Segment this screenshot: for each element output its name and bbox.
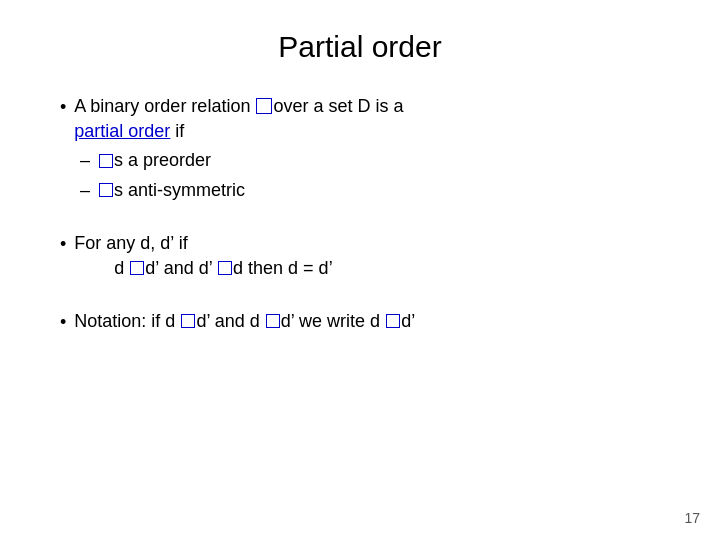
bullet-2-dot: • [60, 232, 66, 257]
bullet-3-text: Notation: if d d’ and d d’ we write d d’ [74, 309, 415, 334]
symbol-box-3 [99, 183, 113, 197]
sub-bullet-2-dash: – [80, 178, 90, 203]
bullet-3: • Notation: if d d’ and d d’ we write d … [60, 309, 660, 335]
slide-title: Partial order [60, 30, 660, 64]
symbol-box-5 [218, 261, 232, 275]
bullet-2: • For any d, d’ if d d’ and d’ d then d … [60, 231, 660, 281]
sub-bullet-2-text: s anti-symmetric [98, 178, 245, 203]
symbol-box-1 [256, 98, 272, 114]
page-number: 17 [684, 510, 700, 526]
bullet-3-main: • Notation: if d d’ and d d’ we write d … [60, 309, 660, 335]
bullet-1-sub-bullets: – s a preorder – s anti-symmetric [80, 148, 660, 202]
symbol-box-7 [266, 314, 280, 328]
bullet-1-dot: • [60, 95, 66, 120]
partial-order-link: partial order [74, 121, 170, 141]
bullet-1-main: • A binary order relation over a set D i… [60, 94, 660, 144]
slide-content: • A binary order relation over a set D i… [60, 94, 660, 510]
bullet-1-text: A binary order relation over a set D is … [74, 94, 403, 144]
bullet-2-indent: d d’ and d’ d then d = d’ [114, 258, 332, 278]
bullet-2-text: For any d, d’ if d d’ and d’ d then d = … [74, 231, 332, 281]
sub-bullet-1-dash: – [80, 148, 90, 173]
bullet-1: • A binary order relation over a set D i… [60, 94, 660, 203]
symbol-box-6 [181, 314, 195, 328]
sub-bullet-1: – s a preorder [80, 148, 660, 173]
bullet-2-main: • For any d, d’ if d d’ and d’ d then d … [60, 231, 660, 281]
symbol-box-2 [99, 154, 113, 168]
bullet-3-dot: • [60, 310, 66, 335]
symbol-box-8 [386, 314, 400, 328]
slide: Partial order • A binary order relation … [0, 0, 720, 540]
sub-bullet-1-text: s a preorder [98, 148, 211, 173]
sub-bullet-2: – s anti-symmetric [80, 178, 660, 203]
symbol-box-4 [130, 261, 144, 275]
